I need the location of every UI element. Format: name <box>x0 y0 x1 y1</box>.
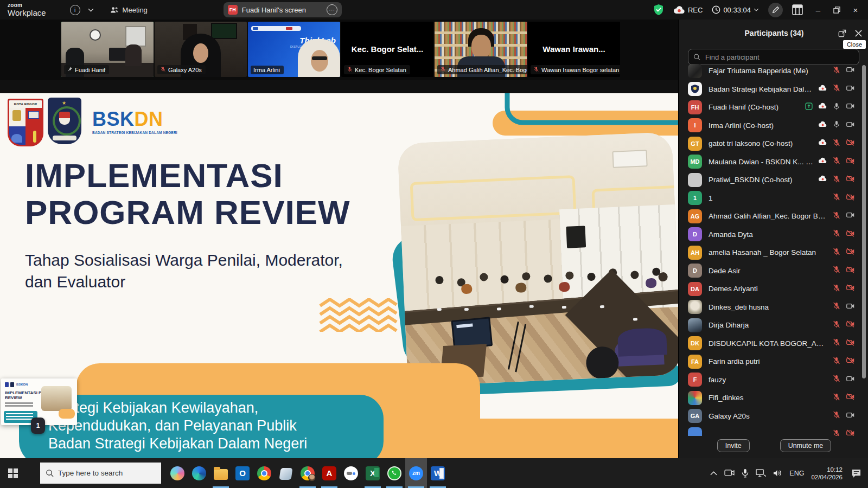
participant-name: Dede Asir <box>709 267 829 275</box>
tray-volume-icon[interactable] <box>773 469 782 477</box>
participant-status-icons <box>832 319 855 331</box>
participant-row[interactable]: Badan Strategi Kebijakan Dala... (Host) <box>679 80 861 99</box>
tray-network-icon[interactable] <box>756 469 766 477</box>
participant-row[interactable]: GTgatot tri laksono (Co-host) <box>679 134 861 153</box>
tab-shared-screen[interactable]: FH Fuadi Hanif's screen ⋯ <box>224 2 342 17</box>
avatar <box>688 82 702 96</box>
video-tile-fuadi-hanif[interactable]: Fuadi Hanif <box>61 22 154 77</box>
camera-off-icon <box>846 356 855 367</box>
participant-row[interactable]: DDede Asir <box>679 262 861 280</box>
notification-center-icon[interactable] <box>850 467 863 479</box>
taskbar-icon-zoom[interactable]: zm <box>405 458 427 488</box>
participant-row[interactable]: IIrma Arlini (Co-host) <box>679 117 861 135</box>
taskbar-icon-chrome[interactable] <box>253 458 275 488</box>
participant-status-icons <box>832 210 855 222</box>
participant-row[interactable]: Fajar Triutama Bapperida (Me) <box>679 62 861 80</box>
cloud-recording-icon <box>818 84 827 95</box>
popout-icon[interactable] <box>838 29 847 38</box>
taskbar-icon-excel[interactable]: X <box>362 458 384 488</box>
taskbar-icon-file-explorer[interactable] <box>210 458 232 488</box>
start-button[interactable] <box>0 458 26 488</box>
participant-row[interactable]: FHFuadi Hanif (Co-host) <box>679 98 861 117</box>
camera-off-icon <box>846 338 855 349</box>
participant-row[interactable]: Dinkes_deti husna <box>679 298 861 317</box>
participant-row[interactable]: 11 <box>679 189 861 208</box>
taskbar-icon-outlook[interactable]: O <box>232 458 253 488</box>
close-panel-icon[interactable] <box>854 29 863 37</box>
tab-meeting-label: Meeting <box>123 6 148 14</box>
participant-status-icons <box>832 265 855 277</box>
kemendagri-crest: ★ <box>48 98 81 144</box>
meeting-timer[interactable]: 00:33:04 <box>712 5 759 14</box>
participant-name: Pratiwi_BSKDN (Co-host) <box>709 176 815 184</box>
minimize-button[interactable]: – <box>812 5 824 15</box>
participant-row[interactable]: Fifi_dinkes <box>679 389 861 407</box>
list-scrollbar[interactable] <box>862 65 866 378</box>
kota-bogor-label: KOTA BOGOR <box>9 100 42 108</box>
participant-row[interactable]: FAFarin ardia putri <box>679 352 861 371</box>
avatar <box>688 173 702 187</box>
mic-muted-icon <box>832 410 841 421</box>
participant-row[interactable]: DAmanda Dyta <box>679 226 861 244</box>
video-tile-kec-bogor-selatan[interactable]: Kec. Bogor Selat... Kec. Bogor Selatan <box>341 22 433 77</box>
taskbar-icon-edge[interactable] <box>188 458 210 488</box>
participant-name: Demes Ariyanti <box>709 285 829 293</box>
system-tray: ENG 10:12 02/04/2026 <box>710 466 863 481</box>
avatar <box>688 391 702 405</box>
apps-grid-icon[interactable] <box>792 4 803 15</box>
taskbar-icon-copilot[interactable] <box>167 458 188 488</box>
search-icon <box>46 469 54 477</box>
close-window-button[interactable]: × <box>850 5 861 15</box>
taskbar-search[interactable]: Type here to search <box>40 463 161 484</box>
camera-on-icon <box>846 410 855 422</box>
camera-on-icon <box>846 101 855 113</box>
security-shield-icon[interactable] <box>653 4 664 16</box>
participant-row[interactable]: AHamelia Hasanah _ Bogor Selatan <box>679 243 861 262</box>
participant-row[interactable]: AGAhmad Galih Alfian_Kec. Bogor Barat <box>679 207 861 226</box>
tray-camera-icon[interactable] <box>724 469 735 477</box>
participant-row[interactable]: DADemes Ariyanti <box>679 280 861 298</box>
screen-owner-badge: FH <box>228 5 238 15</box>
unmute-me-button[interactable]: Unmute me <box>780 439 832 452</box>
participant-row[interactable]: Ffauzy <box>679 371 861 389</box>
taskbar-icon-google-dots[interactable] <box>340 458 362 488</box>
participant-name: Farin ardia putri <box>709 357 829 365</box>
video-tile-ahmad-galih-alfian[interactable]: Ahmad Galih Alfian_Kec. Bogo... <box>435 22 527 77</box>
restore-button[interactable] <box>833 7 840 14</box>
windows-taskbar: Type here to search OAXzmW ENG 10:12 02/… <box>0 458 868 488</box>
camera-off-icon <box>846 265 855 277</box>
taskbar-icon-whatsapp[interactable] <box>384 458 405 488</box>
participant-status-icons <box>832 410 855 422</box>
recording-indicator[interactable]: REC <box>673 5 703 14</box>
tray-chevron-up-icon[interactable] <box>710 471 717 476</box>
tile-display-name: Kec. Bogor Selat... <box>341 44 433 54</box>
search-input[interactable] <box>704 53 854 62</box>
taskbar-icon-snipping[interactable] <box>275 458 297 488</box>
participant-row[interactable]: Dirja Diharja <box>679 316 861 335</box>
tray-mic-icon[interactable] <box>742 468 749 478</box>
mic-muted-icon <box>832 393 841 403</box>
invite-button[interactable]: Invite <box>717 439 750 452</box>
participant-row[interactable]: GAGalaxy A20s <box>679 407 861 426</box>
video-tile-irma-arlini[interactable]: ThinkLabEKSPLORASI RISET DAN INOVASIIrma… <box>248 22 340 77</box>
annotate-pencil-icon[interactable] <box>768 3 783 17</box>
taskbar-icon-acrobat[interactable]: A <box>318 458 340 488</box>
search-icon <box>693 53 700 61</box>
chevron-down-icon <box>754 8 759 11</box>
participant-row[interactable]: Pratiwi_BSKDN (Co-host) <box>679 171 861 189</box>
info-icon[interactable]: i <box>70 5 80 15</box>
tray-clock[interactable]: 10:12 02/04/2026 <box>811 466 843 481</box>
slide-footer-text: Strategi Kebijakan Kewilayahan, Kependud… <box>48 399 307 453</box>
tile-display-name: Wawan Irawan... <box>528 44 620 54</box>
participant-row[interactable]: MDMaulana Dwian - BSKDN K... (Co-host) <box>679 153 861 171</box>
participant-row[interactable]: DKDISDUKCAPIL KOTA BOGOR_ADB KEPEND... <box>679 335 861 353</box>
tab-options-icon[interactable]: ⋯ <box>327 4 337 15</box>
taskbar-icon-chrome-profile[interactable] <box>297 458 318 488</box>
chevron-down-icon[interactable] <box>88 8 94 12</box>
taskbar-icon-word[interactable]: W <box>427 458 449 488</box>
tab-meeting[interactable]: Meeting <box>110 6 148 14</box>
bskdn-logo-subtitle: BADAN STRATEGI KEBIJAKAN DALAM NEGERI <box>92 131 177 134</box>
language-indicator[interactable]: ENG <box>789 470 804 477</box>
video-tile-galaxy-a20s[interactable]: Galaxy A20s <box>155 22 247 77</box>
video-tile-wawan-irawan[interactable]: Wawan Irawan... Wawan Irawan Bogor selat… <box>528 22 620 77</box>
